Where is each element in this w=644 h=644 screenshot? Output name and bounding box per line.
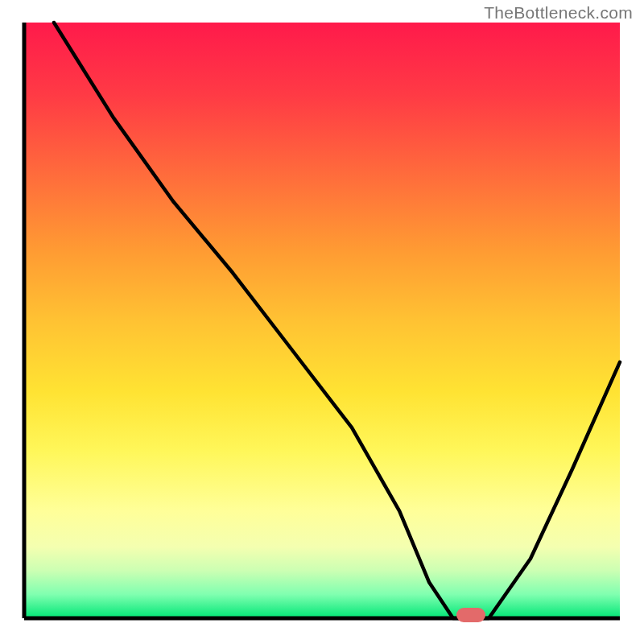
optimal-marker bbox=[456, 608, 485, 622]
gradient-background bbox=[24, 23, 620, 618]
bottleneck-chart bbox=[0, 0, 644, 644]
plot-area bbox=[24, 23, 620, 622]
chart-container: TheBottleneck.com bbox=[0, 0, 644, 644]
